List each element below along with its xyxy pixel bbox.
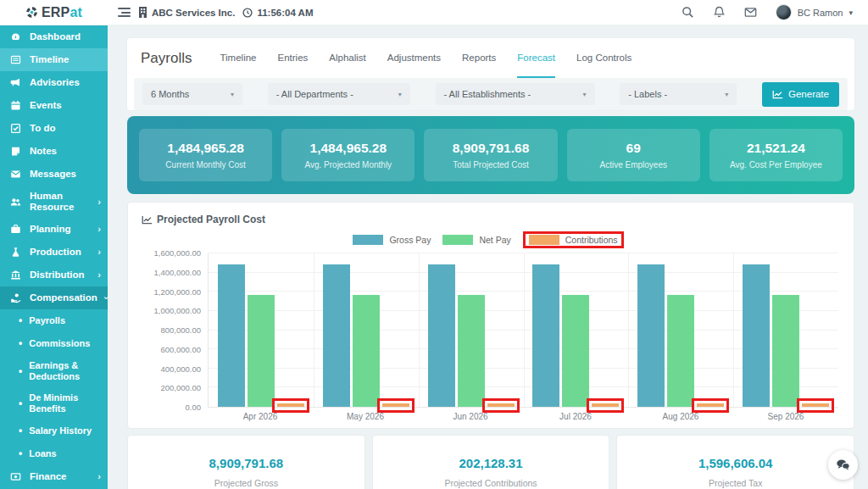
chevron-right-icon: › (97, 247, 101, 258)
sidebar-item-finance[interactable]: Finance › (0, 465, 108, 488)
chevron-right-icon: › (97, 270, 101, 281)
establishments-select[interactable]: - All Establishments -▾ (436, 83, 595, 105)
bullet-icon: • (19, 338, 22, 349)
logo-text: ERPat (42, 5, 82, 20)
clock-icon (242, 8, 253, 18)
sidebar-toggle-icon[interactable] (118, 8, 131, 17)
sidebar-item-todo[interactable]: To do (0, 117, 108, 140)
generate-button[interactable]: Generate (762, 82, 839, 107)
sidebar-item-compensation[interactable]: Compensation › (0, 286, 108, 309)
sidebar-subitem-loans[interactable]: • Loans (0, 442, 108, 465)
sidebar-item-advisories[interactable]: Advisories (0, 71, 108, 94)
sidebar-subitem-earnings-deductions[interactable]: • Earnings & Deductions (0, 355, 108, 387)
chart-line-icon (772, 90, 783, 99)
highlight-box (272, 398, 309, 413)
period-select[interactable]: 6 Months▾ (142, 83, 242, 105)
y-tick-label: 600,000.00 (160, 345, 201, 354)
highlight-box (482, 398, 520, 413)
tab-entries[interactable]: Entries (278, 38, 309, 78)
messages-envelope-icon[interactable] (744, 6, 757, 19)
stat-avg-projected-monthly: 1,484,965.28 Avg. Projected Monthly (281, 129, 415, 181)
bar-holder (248, 253, 275, 407)
sidebar-subitem-payrolls[interactable]: • Payrolls (0, 309, 108, 332)
topbar: ERPat ABC Services Inc. 11:56:04 AM (0, 0, 868, 25)
chat-button[interactable] (828, 450, 858, 480)
tab-timeline[interactable]: Timeline (220, 38, 256, 78)
bar-net-pay[interactable] (562, 295, 589, 407)
tabs-row: Payrolls Timeline Entries Alphalist Adju… (127, 38, 854, 78)
highlight-box (587, 398, 624, 413)
sidebar-item-events[interactable]: Events (0, 94, 108, 117)
briefcase-icon (10, 224, 22, 235)
bar-net-pay[interactable] (353, 295, 380, 407)
tab-adjustments[interactable]: Adjustments (387, 38, 441, 78)
bar-net-pay[interactable] (458, 295, 485, 407)
company-name: ABC Services Inc. (152, 8, 235, 18)
bar-holder (697, 253, 724, 407)
labels-select[interactable]: - Labels -▾ (620, 83, 737, 105)
highlight-box (377, 398, 415, 413)
bar-holder (637, 253, 665, 407)
bar-holder (487, 253, 515, 407)
sidebar: Dashboard Timeline Advisories Events To … (0, 25, 108, 489)
bar-holder (743, 253, 770, 407)
notifications-bell-icon[interactable] (713, 6, 726, 19)
app-logo[interactable]: ERPat (0, 0, 108, 25)
y-tick-label: 0.00 (186, 403, 202, 412)
sidebar-subitem-commissions[interactable]: • Commissions (0, 332, 108, 355)
dashboard-icon (10, 31, 22, 42)
tab-reports[interactable]: Reports (462, 38, 496, 78)
search-icon[interactable] (682, 6, 694, 19)
bar-net-pay[interactable] (667, 295, 694, 407)
stats-band: 1,484,965.28 Current Monthly Cost 1,484,… (127, 116, 854, 194)
legend-item-contributions[interactable]: Contributions (523, 231, 624, 248)
tab-log-controls[interactable]: Log Controls (576, 38, 632, 78)
bar-net-pay[interactable] (772, 295, 799, 407)
legend-item-gross-pay[interactable]: Gross Pay (353, 235, 431, 245)
current-time: 11:56:04 AM (257, 8, 313, 18)
sidebar-item-timeline[interactable]: Timeline (0, 48, 108, 71)
y-tick-label: 1,600,000.00 (154, 248, 201, 258)
bar-gross-pay[interactable] (323, 264, 350, 407)
bar-gross-pay[interactable] (637, 264, 665, 407)
bar-holder (802, 253, 829, 407)
sidebar-subitem-de-minimis-benefits[interactable]: • De Minimis Benefits (0, 387, 108, 420)
legend-label: Net Pay (479, 235, 510, 245)
legend-swatch (442, 235, 473, 245)
sidebar-item-production[interactable]: Production › (0, 241, 108, 264)
envelope-icon (10, 169, 22, 180)
sidebar-item-distribution[interactable]: Distribution › (0, 264, 108, 286)
chart-area: 0.00200,000.00400,000.00600,000.00800,00… (135, 253, 842, 408)
note-icon (10, 146, 22, 157)
bar-net-pay[interactable] (248, 295, 275, 407)
bar-gross-pay[interactable] (743, 264, 770, 407)
company-selector[interactable]: ABC Services Inc. (138, 7, 235, 18)
clock: 11:56:04 AM (242, 8, 313, 18)
sidebar-item-dashboard[interactable]: Dashboard (0, 25, 108, 48)
sidebar-subitem-salary-history[interactable]: • Salary History (0, 420, 108, 442)
sidebar-item-messages[interactable]: Messages (0, 163, 108, 186)
projected-payroll-chart-card: Projected Payroll Cost Gross PayNet PayC… (127, 202, 854, 429)
sidebar-item-notes[interactable]: Notes (0, 140, 108, 163)
legend-item-net-pay[interactable]: Net Pay (442, 235, 510, 245)
tab-alphalist[interactable]: Alphalist (329, 38, 365, 78)
y-tick-label: 1,000,000.00 (154, 306, 201, 315)
sidebar-item-human-resource[interactable]: Human Resource › (0, 186, 108, 218)
stat-avg-cost-per-employee: 21,521.24 Avg. Cost Per Employee (709, 129, 843, 181)
legend-swatch (353, 235, 383, 245)
departments-select[interactable]: - All Departments -▾ (268, 83, 410, 105)
bar-gross-pay[interactable] (218, 264, 245, 407)
bar-group (209, 253, 314, 407)
tab-forecast[interactable]: Forecast (517, 38, 555, 78)
sidebar-item-planning[interactable]: Planning › (0, 218, 108, 241)
user-menu[interactable]: BC Ramon ▾ (776, 4, 853, 20)
y-tick-label: 200,000.00 (160, 383, 201, 392)
chevron-down-icon: › (101, 297, 108, 300)
building-icon (138, 7, 147, 18)
bar-gross-pay[interactable] (428, 264, 455, 407)
checkbox-icon (10, 123, 22, 134)
avatar (776, 4, 792, 20)
bar-groups (209, 253, 838, 407)
bar-gross-pay[interactable] (532, 264, 559, 407)
bar-holder (772, 253, 799, 407)
